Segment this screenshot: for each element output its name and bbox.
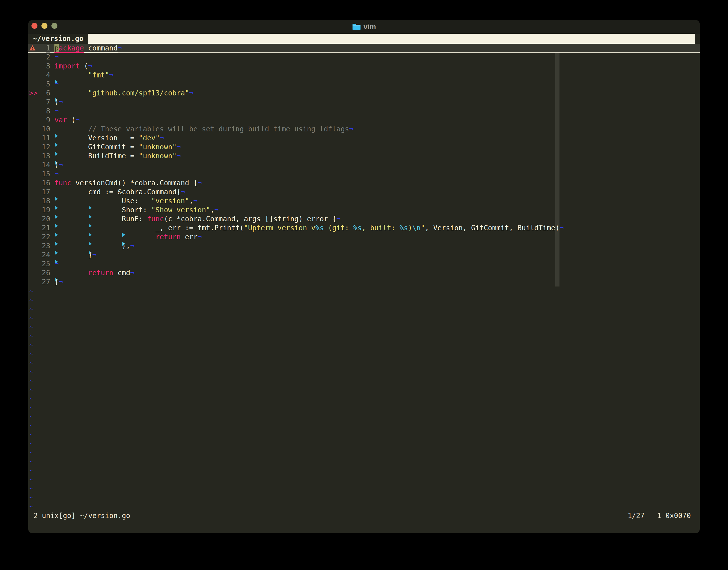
filler-tilde-icon: ~ (29, 431, 33, 439)
line-number: 18 (38, 197, 50, 206)
code-line-23[interactable]: 23 },¬ (28, 242, 700, 251)
code-line-4[interactable]: 4 "fmt"¬ (28, 71, 700, 80)
filler-line: ~ (28, 304, 700, 313)
tabline-end (695, 34, 700, 44)
filler-tilde-icon: ~ (29, 305, 33, 313)
titlebar: vim (28, 20, 700, 34)
code-line-14[interactable]: 14 )¬ (28, 161, 700, 170)
filler-line: ~ (28, 295, 700, 304)
code-line-13[interactable]: 13 BuildTime = "unknown"¬ (28, 152, 700, 161)
code-line-10[interactable]: 10 // These variables will be set during… (28, 124, 700, 133)
code-token: "unknown" (138, 152, 176, 160)
line-number: 5 (38, 80, 50, 89)
filler-line: ~ (28, 493, 700, 502)
code-token: return (88, 269, 113, 277)
code-line-12[interactable]: 12 GitCommit = "unknown"¬ (28, 142, 700, 152)
code-line-18[interactable]: 18 Use: "version",¬ (28, 197, 700, 206)
code-token: import (54, 62, 80, 70)
code-line-27[interactable]: 27 }¬ (28, 278, 700, 286)
code-line-15[interactable]: 15 ¬ (28, 170, 700, 179)
code-token: } (88, 251, 92, 259)
eol-marker-icon: ¬ (189, 89, 193, 97)
filler-line: ~ (28, 367, 700, 376)
line-number: 19 (38, 206, 50, 215)
code-token: , built: (362, 224, 400, 232)
filler-line: ~ (28, 457, 700, 466)
filler-line: ~ (28, 331, 700, 340)
tab-active-version-go[interactable]: ~/version.go (28, 34, 88, 44)
code-token: RunE: (122, 215, 147, 223)
code-token: (c *cobra.Command, args []string) error … (164, 215, 336, 223)
code-token: cmd := &cobra.Command{ (88, 188, 181, 196)
code-token: GitCommit = (88, 143, 138, 151)
statusline-left: 2 unix[go] ~/version.go (33, 511, 130, 520)
code-line-7[interactable]: 7 )¬ (28, 98, 700, 107)
filler-tilde-icon: ~ (29, 323, 33, 331)
code-line-9[interactable]: 9 var (¬ (28, 116, 700, 124)
code-line-3[interactable]: 3 import (¬ (28, 62, 700, 71)
code-token: cmd (113, 269, 130, 277)
line-number: 4 (38, 71, 50, 80)
code-token: %s (315, 224, 324, 232)
code-line-1[interactable]: 1 package command¬ (28, 44, 700, 53)
code-token: err (181, 233, 197, 241)
filler-line: ~ (28, 440, 700, 448)
code-line-25[interactable]: 25 ¬ (28, 260, 700, 269)
filler-tilde-icon: ~ (29, 485, 33, 493)
text-area[interactable]: 1 package command¬2 ¬3 import (¬4 "fmt"¬… (28, 44, 700, 511)
eol-marker-icon: ¬ (130, 242, 135, 250)
filler-line: ~ (28, 385, 700, 394)
code-token: ( (80, 62, 88, 70)
code-line-11[interactable]: 11 Version = "dev"¬ (28, 133, 700, 142)
code-line-26[interactable]: 26 return cmd¬ (28, 269, 700, 278)
code-token: ackage (59, 44, 84, 52)
eol-marker-icon: ¬ (54, 53, 59, 61)
line-number: 13 (38, 152, 50, 161)
eol-marker-icon: ¬ (118, 44, 122, 52)
code-line-16[interactable]: 16 func versionCmd() *cobra.Command {¬ (28, 179, 700, 188)
code-line-24[interactable]: 24 }¬ (28, 251, 700, 260)
eol-marker-icon: ¬ (193, 197, 197, 205)
command-line[interactable] (28, 520, 700, 529)
filler-tilde-icon: ~ (29, 287, 33, 295)
code-line-19[interactable]: 19 Short: "Show version",¬ (28, 206, 700, 215)
code-line-2[interactable]: 2 ¬ (28, 53, 700, 62)
code-line-8[interactable]: 8 ¬ (28, 107, 700, 116)
filler-line: ~ (28, 502, 700, 511)
filler-tilde-icon: ~ (29, 377, 33, 385)
code-line-17[interactable]: 17 cmd := &cobra.Command{¬ (28, 188, 700, 197)
line-number: 16 (38, 179, 50, 188)
filler-tilde-icon: ~ (29, 467, 33, 475)
code-line-20[interactable]: 20 RunE: func(c *cobra.Command, args []s… (28, 215, 700, 224)
filler-tilde-icon: ~ (29, 386, 33, 394)
code-token: func (54, 179, 71, 187)
code-line-5[interactable]: 5 ¬ (28, 80, 700, 89)
filler-line: ~ (28, 448, 700, 457)
tabline-fill (88, 34, 695, 44)
folder-icon (352, 23, 360, 31)
filler-line: ~ (28, 484, 700, 493)
code-line-22[interactable]: 22 return err¬ (28, 233, 700, 242)
filler-tilde-icon: ~ (29, 296, 33, 304)
eol-marker-icon: ¬ (59, 98, 63, 106)
cursorline-highlight (28, 44, 700, 53)
line-number: 22 (38, 233, 50, 242)
filler-line: ~ (28, 412, 700, 421)
code-line-21[interactable]: 21 _, err := fmt.Printf("Upterm version … (28, 224, 700, 233)
code-token: , (210, 206, 214, 214)
line-number: 8 (38, 107, 50, 116)
line-number: 24 (38, 251, 50, 260)
filler-line: ~ (28, 475, 700, 484)
filler-line: ~ (28, 286, 700, 295)
code-token: ) (54, 98, 59, 106)
eol-marker-icon: ¬ (92, 251, 97, 259)
line-number: 23 (38, 242, 50, 251)
filler-line: ~ (28, 358, 700, 367)
screen: vim ~/version.go 1 package command¬2 ¬3 … (0, 0, 728, 570)
code-token: return (155, 233, 181, 241)
code-token: " (421, 224, 425, 232)
filler-tilde-icon: ~ (29, 332, 33, 340)
code-token: "fmt" (88, 71, 109, 79)
code-line-6[interactable]: >>6 "github.com/spf13/cobra"¬ (28, 89, 700, 98)
filler-tilde-icon: ~ (29, 503, 33, 511)
